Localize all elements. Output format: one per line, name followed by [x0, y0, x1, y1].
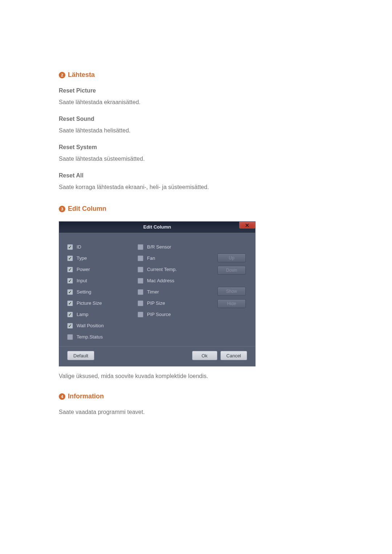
item-label: Mac Address	[147, 278, 174, 283]
item-label: ID	[77, 244, 81, 250]
section2-heading: 2 Lähtesta	[59, 71, 333, 79]
list-item[interactable]: Type	[67, 253, 135, 264]
show-button[interactable]: Show	[217, 287, 246, 296]
reset-picture-heading: Reset Picture	[59, 87, 333, 94]
section4-body: Saate vaadata programmi teavet.	[59, 409, 333, 415]
item-label: PIP Source	[147, 312, 171, 317]
list-item[interactable]: Setting	[67, 286, 135, 297]
item-label: Type	[77, 255, 87, 261]
checkbox[interactable]	[67, 323, 73, 329]
reset-sound-body: Saate lähtestada helisätted.	[59, 127, 333, 134]
reset-sound-heading: Reset Sound	[59, 116, 333, 122]
section4-number-badge: 4	[59, 393, 65, 400]
item-label: PIP Size	[147, 300, 165, 306]
dialog-titlebar: Edit Column ✕	[59, 222, 255, 233]
list-item[interactable]: PIP Size	[138, 297, 205, 309]
list-item[interactable]: B/R Sensor	[138, 241, 205, 253]
item-label: Fan	[147, 255, 155, 261]
cancel-button[interactable]: Cancel	[220, 351, 247, 360]
list-item[interactable]: Timer	[138, 286, 205, 297]
checkbox[interactable]	[67, 255, 73, 261]
dialog-footer: Default Ok Cancel	[59, 346, 255, 366]
default-button[interactable]: Default	[67, 351, 94, 360]
checkbox[interactable]	[67, 300, 73, 306]
section2-title: Lähtesta	[68, 71, 95, 79]
item-label: Temp.Status	[77, 334, 103, 340]
section2-number-badge: 2	[59, 72, 65, 78]
section3-body: Valige üksused, mida soovite kuvada komp…	[59, 373, 333, 379]
section3-heading: 3 Edit Column	[59, 205, 333, 213]
item-label: Picture Size	[77, 300, 102, 306]
checkbox[interactable]	[67, 267, 73, 272]
left-column: ID Type Power Input Setting	[67, 241, 135, 342]
checkbox[interactable]	[67, 244, 73, 250]
checkbox[interactable]	[138, 255, 143, 261]
hide-button[interactable]: Hide	[217, 299, 246, 308]
list-item[interactable]: Lamp	[67, 309, 135, 320]
dialog-body: ID Type Power Input Setting	[59, 233, 255, 346]
checkbox[interactable]	[138, 278, 143, 284]
reset-system-body: Saate lähtestada süsteemisätted.	[59, 156, 333, 162]
list-item[interactable]: Input	[67, 275, 135, 286]
list-item[interactable]: Fan	[138, 253, 205, 264]
item-label: Setting	[77, 289, 91, 295]
section4-title: Information	[68, 393, 104, 400]
list-item[interactable]: Mac Address	[138, 275, 205, 286]
checkbox[interactable]	[67, 312, 73, 317]
checkbox[interactable]	[67, 278, 73, 284]
list-item[interactable]: ID	[67, 241, 135, 253]
checkbox[interactable]	[67, 334, 73, 340]
item-label: Power	[77, 267, 90, 272]
dialog-title: Edit Column	[59, 224, 255, 230]
reset-all-block: Reset All Saate korraga lähtestada ekraa…	[59, 172, 333, 190]
reset-all-heading: Reset All	[59, 172, 333, 179]
section3-title: Edit Column	[68, 205, 106, 213]
ok-button[interactable]: Ok	[192, 351, 217, 360]
item-label: B/R Sensor	[147, 244, 171, 250]
item-label: Lamp	[77, 312, 89, 317]
checkbox[interactable]	[138, 244, 143, 250]
checkbox[interactable]	[138, 312, 143, 317]
section4-heading: 4 Information	[59, 393, 333, 400]
list-item[interactable]: Wall Position	[67, 320, 135, 331]
checkbox[interactable]	[138, 289, 143, 295]
reset-all-body: Saate korraga lähtestada ekraani-, heli-…	[59, 184, 333, 190]
list-item[interactable]: Power	[67, 264, 135, 275]
checkbox[interactable]	[67, 289, 73, 295]
reset-system-heading: Reset System	[59, 144, 333, 151]
item-label: Input	[77, 278, 87, 283]
down-button[interactable]: Down	[217, 266, 246, 275]
edit-column-dialog: Edit Column ✕ ID Type Power	[59, 221, 256, 366]
up-button[interactable]: Up	[217, 254, 246, 262]
list-item[interactable]: Current Temp.	[138, 264, 205, 275]
list-item[interactable]: Temp.Status	[67, 331, 135, 342]
close-button[interactable]: ✕	[239, 222, 255, 229]
close-icon: ✕	[245, 222, 249, 228]
checkbox[interactable]	[138, 300, 143, 306]
right-column: B/R Sensor Fan Current Temp. Mac Address…	[138, 241, 205, 342]
list-item[interactable]: Picture Size	[67, 297, 135, 309]
item-label: Timer	[147, 289, 159, 295]
reset-picture-block: Reset Picture Saate lähtestada ekraanisä…	[59, 87, 333, 106]
item-label: Current Temp.	[147, 267, 177, 272]
checkbox[interactable]	[138, 267, 143, 272]
section3-number-badge: 3	[59, 206, 65, 212]
list-item[interactable]: PIP Source	[138, 309, 205, 320]
reset-system-block: Reset System Saate lähtestada süsteemisä…	[59, 144, 333, 162]
reset-picture-body: Saate lähtestada ekraanisätted.	[59, 99, 333, 106]
reset-sound-block: Reset Sound Saate lähtestada helisätted.	[59, 116, 333, 134]
item-label: Wall Position	[77, 323, 104, 328]
side-button-group: Up Down Show Hide	[208, 241, 247, 342]
